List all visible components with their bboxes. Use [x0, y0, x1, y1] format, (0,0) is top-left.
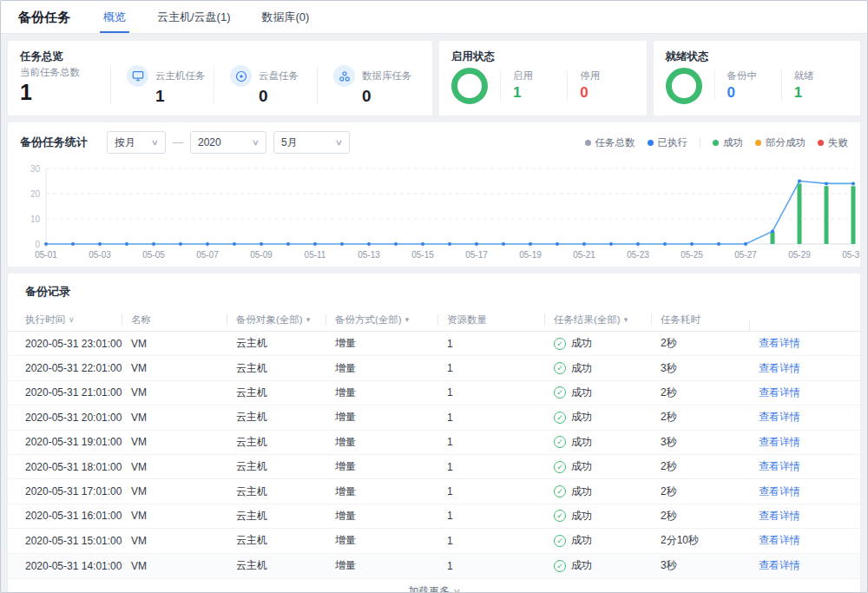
period-select[interactable]: 按月 ∨: [107, 131, 166, 154]
tab-overview[interactable]: 概览: [88, 1, 141, 33]
content-area: 任务总览 当前任务总数 1 云主机任务1云盘任务0数据库任务0 启用状态 启用1…: [1, 34, 867, 593]
view-details-link[interactable]: 查看详情: [759, 459, 843, 474]
column-header-6[interactable]: 任务结果(全部)▾: [554, 313, 661, 326]
table-row: 2020-05-31 16:01:00VM云主机增量1✓成功2秒查看详情: [8, 504, 860, 529]
status-stat-col: 停用0: [580, 69, 600, 102]
table-row: 2020-05-31 23:01:00VM云主机增量1✓成功2秒查看详情: [8, 332, 860, 356]
ready-status-donut: [666, 68, 702, 104]
legend-item[interactable]: 成功: [713, 136, 743, 149]
status-stat: 启用1: [500, 69, 567, 102]
chart-legend: 任务总数已执行成功部分成功失败: [585, 136, 849, 149]
cell-exec-time: 2020-05-31 23:01:00: [25, 338, 131, 350]
legend-item[interactable]: 已执行: [648, 136, 688, 149]
task-result-label: 成功: [571, 435, 592, 450]
cell-name: VM: [131, 560, 236, 572]
cell-task-result: ✓成功: [554, 361, 661, 376]
cell-exec-time: 2020-05-31 18:01:00: [25, 461, 131, 473]
cell-resource-count: 1: [447, 362, 554, 374]
enable-status-title: 启用状态: [451, 49, 635, 64]
svg-text:05-11: 05-11: [305, 250, 326, 260]
column-header-4[interactable]: 备份方式(全部)▾: [335, 313, 447, 326]
view-details-link[interactable]: 查看详情: [759, 533, 843, 548]
tab-database[interactable]: 数据库(0): [247, 1, 326, 33]
column-header-5: 资源数量: [447, 313, 554, 326]
legend-item[interactable]: 部分成功: [755, 136, 806, 149]
load-more-button[interactable]: 加载更多 ∨: [8, 578, 860, 593]
year-select[interactable]: 2020 ∨: [190, 131, 266, 154]
status-stat-col: 备份中0: [727, 69, 758, 102]
cell-backup-target: 云主机: [236, 435, 335, 450]
stat-divider: [781, 70, 782, 102]
tab-host-disk[interactable]: 云主机/云盘(1): [141, 1, 247, 33]
cell-duration: 2秒: [661, 484, 759, 499]
task-result-label: 成功: [571, 509, 592, 524]
column-separator: [122, 314, 122, 326]
filter-caret-icon: ▾: [624, 315, 628, 324]
cell-resource-count: 1: [447, 338, 554, 350]
cell-resource-count: 1: [447, 386, 554, 399]
current-task-total: 当前任务总数 1: [20, 66, 110, 105]
cell-exec-time: 2020-05-31 19:01:00: [25, 436, 131, 448]
view-details-link[interactable]: 查看详情: [759, 558, 843, 573]
legend-item[interactable]: 失败: [818, 136, 848, 149]
enable-status-body: 启用1停用0: [451, 64, 635, 107]
cell-backup-target: 云主机: [236, 459, 335, 474]
month-select[interactable]: 5月 ∨: [273, 131, 350, 154]
cell-duration: 2秒: [661, 410, 759, 425]
success-status-icon: ✓: [554, 362, 566, 374]
cell-name: VM: [131, 362, 236, 374]
column-separator: [651, 314, 652, 326]
cell-name: VM: [131, 412, 236, 424]
backup-statistics-panel: 备份任务统计 按月 ∨ — 2020 ∨ 5月 ∨ 任务总数已执行成功部分成功失…: [8, 122, 860, 267]
column-header-1[interactable]: 执行时间∨: [25, 313, 131, 326]
cell-task-result: ✓成功: [554, 558, 661, 573]
cell-exec-time: 2020-05-31 17:01:00: [25, 485, 131, 497]
cell-name: VM: [131, 535, 236, 547]
column-header-label: 备份方式(全部): [335, 313, 402, 326]
legend-dot-icon: [585, 140, 591, 146]
legend-dot-icon: [755, 140, 761, 146]
ready-status-card: 就绪状态 备份中0就绪1: [654, 41, 861, 115]
svg-text:20: 20: [30, 189, 41, 199]
table-row: 2020-05-31 21:01:00VM云主机增量1✓成功2秒查看详情: [8, 381, 860, 405]
view-details-link[interactable]: 查看详情: [759, 361, 843, 376]
cell-name: VM: [131, 436, 236, 448]
view-details-link[interactable]: 查看详情: [759, 410, 843, 425]
task-result-label: 成功: [571, 533, 592, 548]
task-type-stat: 云主机任务1: [111, 65, 214, 106]
table-row: 2020-05-31 15:01:00VM云主机增量1✓成功2分10秒查看详情: [8, 529, 860, 553]
legend-item[interactable]: 任务总数: [585, 136, 635, 149]
view-details-link[interactable]: 查看详情: [759, 435, 843, 450]
task-type-stat-top: 云主机任务: [127, 65, 214, 87]
view-details-link[interactable]: 查看详情: [759, 509, 843, 524]
task-result-label: 成功: [571, 459, 592, 474]
table-row: 2020-05-31 19:01:00VM云主机增量1✓成功3秒查看详情: [8, 431, 860, 455]
success-status-icon: ✓: [554, 386, 566, 399]
cell-name: VM: [131, 485, 236, 497]
cell-task-result: ✓成功: [554, 336, 661, 351]
task-result-label: 成功: [571, 484, 592, 499]
enable-status-card: 启用状态 启用1停用0: [439, 41, 647, 115]
cell-name: VM: [131, 510, 236, 522]
cell-task-result: ✓成功: [554, 435, 661, 450]
task-result-label: 成功: [571, 336, 592, 351]
cell-duration: 3秒: [661, 361, 759, 376]
column-header-3[interactable]: 备份对象(全部)▾: [236, 313, 335, 326]
cell-backup-method: 增量: [335, 558, 447, 573]
svg-text:05-31: 05-31: [842, 250, 860, 260]
chart-plot-area: 010203005-0105-0305-0505-0705-0905-1105-…: [20, 162, 848, 265]
svg-text:05-25: 05-25: [681, 250, 703, 260]
sort-caret-icon: ∨: [69, 315, 75, 324]
view-details-link[interactable]: 查看详情: [759, 336, 843, 351]
cell-exec-time: 2020-05-31 21:01:00: [25, 386, 131, 399]
svg-text:30: 30: [30, 164, 41, 174]
success-status-icon: ✓: [554, 535, 566, 547]
table-header-row: 执行时间∨名称备份对象(全部)▾备份方式(全部)▾资源数量任务结果(全部)▾任务…: [8, 308, 860, 332]
view-details-link[interactable]: 查看详情: [759, 385, 843, 400]
status-stat-label: 备份中: [727, 69, 758, 82]
view-details-link[interactable]: 查看详情: [759, 484, 843, 499]
legend-label: 部分成功: [766, 136, 806, 149]
cell-task-result: ✓成功: [554, 410, 661, 425]
task-type-value: 0: [259, 88, 317, 106]
host-icon: [127, 65, 148, 87]
